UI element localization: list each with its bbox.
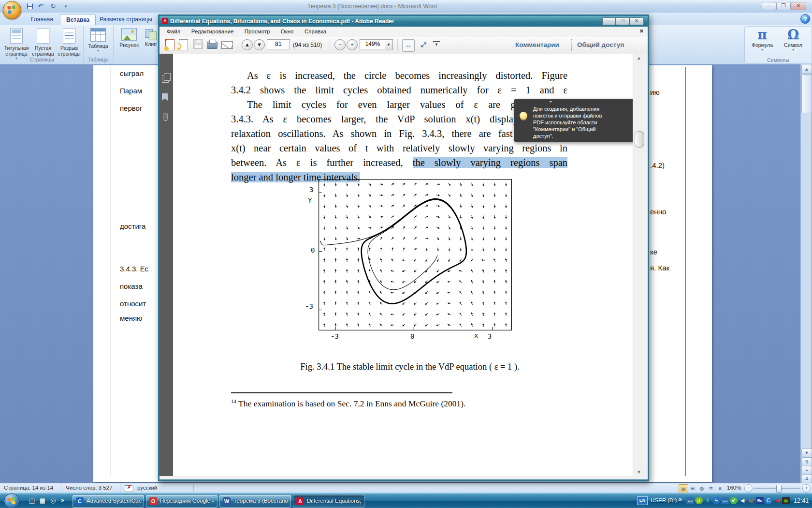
word-minimize-button[interactable]: — — [762, 2, 776, 10]
utorrent-icon[interactable]: µ — [695, 497, 703, 504]
email-button[interactable] — [221, 39, 233, 51]
word-scrollbar[interactable]: ▲ ▼ ⇈ ● ⇊ — [800, 64, 812, 483]
page-count-status[interactable]: Страница: 14 из 14 — [4, 485, 53, 491]
quick-launch-icon[interactable]: ◫ — [28, 497, 36, 505]
volume-icon[interactable]: ◀ — [739, 497, 746, 504]
blank-page-button[interactable]: Пустая страница — [30, 27, 56, 57]
scroll-down-button[interactable]: ▼ — [801, 448, 812, 458]
scroll-up-button[interactable]: ▲ — [801, 65, 812, 74]
fit-width-icon[interactable]: ↔ — [402, 39, 415, 52]
toolbar-overflow-icon[interactable]: ▼ — [433, 41, 440, 54]
lang-ru-icon[interactable]: Ru — [756, 497, 764, 504]
web-layout-view-button[interactable]: ◍ — [697, 484, 707, 493]
zoom-level[interactable]: 160% — [727, 485, 741, 491]
comments-panel-button[interactable]: Комментарии — [515, 39, 559, 51]
app-ring-icon[interactable]: ◎ — [747, 497, 755, 504]
quicklaunch-overflow-chevron[interactable]: » — [61, 497, 64, 504]
page-number-input[interactable]: 81 — [267, 39, 290, 49]
page-thumbnails-icon[interactable] — [162, 75, 169, 83]
zoom-value-combo[interactable]: 149% — [360, 39, 386, 49]
adobe-titlebar[interactable]: A Differential Equations, Bifurcations, … — [160, 16, 648, 27]
tray-overflow-chevron[interactable]: » — [679, 496, 682, 503]
language-status[interactable]: русский — [137, 485, 157, 491]
zoom-in-tool-button[interactable]: + — [347, 39, 358, 50]
word-close-button[interactable]: ✕ — [791, 2, 806, 10]
draft-view-button[interactable]: ≡ — [715, 484, 725, 493]
next-object-button[interactable]: ⇊ — [801, 474, 812, 483]
next-page-button[interactable]: ▼ — [254, 39, 265, 50]
alert-horn-icon[interactable]: ◀ — [773, 497, 781, 504]
fullscreen-icon[interactable]: ⤢ — [418, 39, 429, 51]
taskbar-button-1[interactable]: CAdvanced SystemCar... — [72, 495, 144, 508]
document-close-icon[interactable]: ✕ — [639, 28, 644, 34]
pdf-page[interactable]: As ε is increased, the circle becomes in… — [173, 54, 633, 476]
language-indicator[interactable]: EN — [637, 496, 648, 505]
formula-button[interactable]: π Формула▾ — [748, 28, 777, 52]
zoom-slider[interactable] — [754, 488, 800, 489]
tab-insert[interactable]: Вставка — [60, 14, 96, 26]
word-maximize-button[interactable]: ❐ — [776, 2, 791, 10]
clipart-button[interactable]: Клип — [142, 27, 160, 47]
adobe-maximize-button[interactable]: ❐ — [616, 17, 629, 25]
tab-page-layout[interactable]: Разметка страницы — [94, 14, 158, 25]
bookmarks-icon[interactable] — [162, 93, 168, 101]
start-button[interactable] — [4, 493, 19, 508]
scrollbar-thumb[interactable] — [801, 75, 812, 113]
menu-file[interactable]: Файл — [162, 27, 185, 36]
attachments-icon[interactable] — [162, 112, 170, 122]
tab-home[interactable]: Главная — [25, 14, 59, 25]
antivirus-icon[interactable]: ✔ — [730, 497, 738, 504]
outline-view-button[interactable]: ≣ — [706, 484, 716, 493]
undo-button[interactable]: ↶ — [36, 2, 45, 11]
pdf-scroll-down-icon[interactable]: ▼ — [635, 469, 643, 475]
download-icon[interactable]: ⬇ — [704, 497, 711, 504]
word-count-status[interactable]: Число слов: 3 527 — [66, 485, 113, 491]
comodo-icon[interactable]: C — [765, 497, 772, 504]
power-icon[interactable]: ϟ — [712, 497, 720, 504]
symbol-button[interactable]: Ω Символ▾ — [779, 28, 808, 52]
pdf-scrollbar-thumb[interactable] — [635, 131, 644, 148]
picture-button[interactable]: Рисунок — [117, 27, 141, 48]
zoom-out-tool-button[interactable]: − — [334, 39, 346, 50]
menu-help[interactable]: Справка — [300, 27, 331, 36]
quick-launch-icon[interactable]: ◎ — [49, 497, 57, 505]
previous-page-button[interactable]: ▲ — [242, 39, 253, 50]
zoom-slider-thumb[interactable] — [776, 485, 782, 493]
word-help-button[interactable]: ? — [800, 14, 810, 24]
fullscreen-reading-view-button[interactable]: ⊞ — [688, 484, 697, 493]
adobe-tip-popup[interactable]: ⌃ Для создания, добавленияпометок и отпр… — [514, 99, 633, 142]
adobe-minimize-button[interactable]: — — [602, 17, 616, 25]
menu-edit[interactable]: Редактирование — [187, 27, 238, 36]
clock[interactable]: 12:41 — [794, 497, 809, 504]
print-layout-view-button[interactable]: ▤ — [679, 484, 688, 493]
proofing-status-icon[interactable] — [125, 485, 133, 492]
taskbar-button-4[interactable]: ADifferential Equations, ... — [293, 495, 364, 508]
quick-access-dropdown[interactable]: ▾ — [61, 2, 71, 11]
pdf-scroll-up-icon[interactable]: ▲ — [635, 55, 643, 60]
zoom-in-button[interactable]: + — [802, 484, 811, 493]
save-button[interactable] — [25, 2, 35, 11]
share-panel-button[interactable]: Общий доступ — [577, 39, 624, 51]
save-pdf-button[interactable] — [193, 39, 203, 51]
title-page-button[interactable]: Титульная страница▾ — [3, 27, 30, 60]
print-button[interactable] — [207, 39, 218, 51]
nvidia-icon[interactable]: ◉ — [782, 497, 790, 504]
quick-launch-icon[interactable]: ▦ — [39, 497, 46, 505]
tray-user-label[interactable]: USER (D:) — [651, 497, 677, 503]
page-break-button[interactable]: Разрыв страницы — [56, 27, 82, 57]
network-icon[interactable]: ▭ — [686, 497, 694, 504]
redo-button[interactable]: ↻ — [48, 2, 58, 11]
display-icon[interactable]: ▭ — [721, 497, 729, 504]
taskbar-button-2[interactable]: OПереводчик Google - ... — [146, 495, 218, 508]
menu-window[interactable]: Окно — [276, 27, 298, 36]
adobe-scrollbar[interactable]: ▲ ▼ — [633, 54, 645, 476]
share-file-button[interactable]: ⤸ — [179, 39, 188, 51]
table-button[interactable]: Таблица▾ — [85, 27, 111, 53]
zoom-out-button[interactable]: − — [744, 484, 753, 493]
taskbar-button-3[interactable]: WТеорема 3 (Восстано... — [219, 495, 291, 508]
menu-view[interactable]: Просмотр — [240, 27, 275, 36]
create-pdf-button[interactable] — [165, 39, 174, 51]
adobe-close-button[interactable]: ✕ — [629, 17, 644, 25]
collapse-chevron-icon[interactable]: ⌃ — [549, 100, 552, 105]
office-button[interactable] — [3, 1, 21, 19]
